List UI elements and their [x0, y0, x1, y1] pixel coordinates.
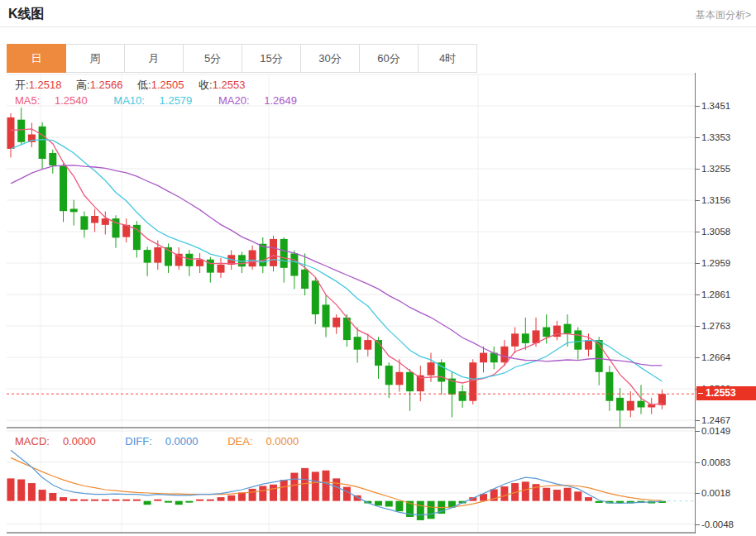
macd-bar[interactable]	[227, 495, 235, 501]
macd-bar[interactable]	[70, 499, 78, 500]
candle[interactable]	[207, 260, 214, 273]
candle[interactable]	[290, 253, 298, 275]
macd-bar[interactable]	[301, 468, 309, 501]
tab-day[interactable]: 日	[7, 44, 66, 73]
candle[interactable]	[144, 250, 151, 263]
macd-bar[interactable]	[564, 488, 572, 501]
candle[interactable]	[280, 239, 288, 268]
tab-month[interactable]: 月	[124, 44, 184, 73]
candle[interactable]	[395, 372, 403, 385]
macd-bar[interactable]	[543, 488, 550, 501]
tab-4hour[interactable]: 4时	[418, 44, 477, 73]
macd-bar[interactable]	[333, 478, 340, 500]
tab-5min[interactable]: 5分	[183, 44, 242, 73]
macd-bar[interactable]	[238, 492, 246, 500]
macd-bar[interactable]	[417, 501, 424, 520]
macd-bar[interactable]	[522, 481, 529, 500]
macd-bar[interactable]	[60, 497, 67, 501]
candle[interactable]	[49, 153, 56, 165]
candle[interactable]	[480, 353, 487, 363]
candle[interactable]	[17, 120, 25, 142]
candle[interactable]	[364, 340, 371, 350]
macd-bar[interactable]	[91, 500, 98, 501]
candle[interactable]	[218, 265, 225, 273]
candle[interactable]	[301, 270, 309, 289]
candle[interactable]	[60, 165, 67, 211]
macd-bar[interactable]	[385, 501, 393, 507]
candle[interactable]	[312, 280, 319, 314]
macd-bar[interactable]	[270, 485, 277, 501]
macd-bar[interactable]	[343, 487, 351, 501]
candle[interactable]	[323, 304, 330, 327]
macd-bar[interactable]	[500, 486, 508, 501]
candle[interactable]	[564, 324, 572, 334]
candle[interactable]	[270, 239, 277, 266]
macd-bar[interactable]	[122, 500, 130, 501]
macd-bar[interactable]	[133, 500, 141, 501]
macd-bar[interactable]	[165, 501, 172, 503]
candle[interactable]	[91, 216, 98, 223]
candle[interactable]	[574, 330, 581, 349]
fundamental-analysis-link[interactable]: 基本面分析>	[696, 8, 751, 22]
macd-bar[interactable]	[175, 501, 183, 505]
macd-bar[interactable]	[553, 490, 561, 501]
candle[interactable]	[196, 260, 203, 266]
candle[interactable]	[7, 117, 15, 149]
candle[interactable]	[354, 337, 361, 350]
macd-bar[interactable]	[39, 490, 46, 501]
candle[interactable]	[154, 247, 161, 263]
candle[interactable]	[459, 391, 467, 401]
candle[interactable]	[428, 362, 435, 376]
macd-bar[interactable]	[290, 473, 298, 501]
macd-bar[interactable]	[28, 483, 36, 501]
macd-bar[interactable]	[259, 486, 266, 500]
macd-bar[interactable]	[7, 478, 15, 500]
macd-bar[interactable]	[323, 471, 330, 501]
candle[interactable]	[406, 372, 414, 391]
candle[interactable]	[533, 330, 540, 343]
macd-bar[interactable]	[17, 480, 25, 501]
candle[interactable]	[375, 340, 382, 366]
macd-bar[interactable]	[616, 501, 624, 503]
candle[interactable]	[511, 333, 519, 347]
macd-bar[interactable]	[574, 491, 581, 500]
candle[interactable]	[500, 347, 508, 362]
candle[interactable]	[249, 250, 256, 266]
macd-bar[interactable]	[80, 500, 88, 501]
candle[interactable]	[102, 218, 109, 225]
candle[interactable]	[638, 401, 645, 408]
macd-bar[interactable]	[144, 501, 151, 505]
macd-bar[interactable]	[395, 501, 403, 512]
macd-bar[interactable]	[585, 497, 592, 501]
macd-bar[interactable]	[49, 493, 56, 501]
tab-30min[interactable]: 30分	[300, 44, 360, 73]
candle[interactable]	[185, 254, 193, 266]
macd-bar[interactable]	[375, 501, 382, 506]
macd-bar[interactable]	[207, 500, 214, 501]
tab-60min[interactable]: 60分	[359, 44, 419, 73]
candlestick-chart[interactable]	[7, 73, 695, 534]
candle[interactable]	[385, 366, 393, 385]
macd-bar[interactable]	[112, 500, 120, 501]
tab-15min[interactable]: 15分	[242, 44, 301, 73]
macd-bar[interactable]	[185, 501, 193, 503]
macd-bar[interactable]	[596, 501, 603, 503]
candle[interactable]	[543, 328, 550, 337]
candle[interactable]	[39, 127, 46, 159]
candle[interactable]	[616, 398, 624, 411]
candle[interactable]	[80, 216, 88, 229]
macd-bar[interactable]	[196, 500, 203, 501]
tab-week[interactable]: 周	[65, 44, 125, 73]
candle[interactable]	[585, 340, 592, 350]
macd-bar[interactable]	[312, 471, 319, 500]
macd-bar[interactable]	[102, 500, 109, 501]
macd-bar[interactable]	[218, 497, 225, 501]
candle[interactable]	[522, 333, 529, 343]
macd-bar[interactable]	[154, 500, 161, 501]
candle[interactable]	[627, 401, 634, 411]
candle[interactable]	[333, 318, 340, 328]
macd-bar[interactable]	[249, 489, 256, 501]
macd-bar[interactable]	[428, 501, 435, 519]
candle[interactable]	[469, 362, 476, 401]
candle[interactable]	[605, 372, 613, 401]
